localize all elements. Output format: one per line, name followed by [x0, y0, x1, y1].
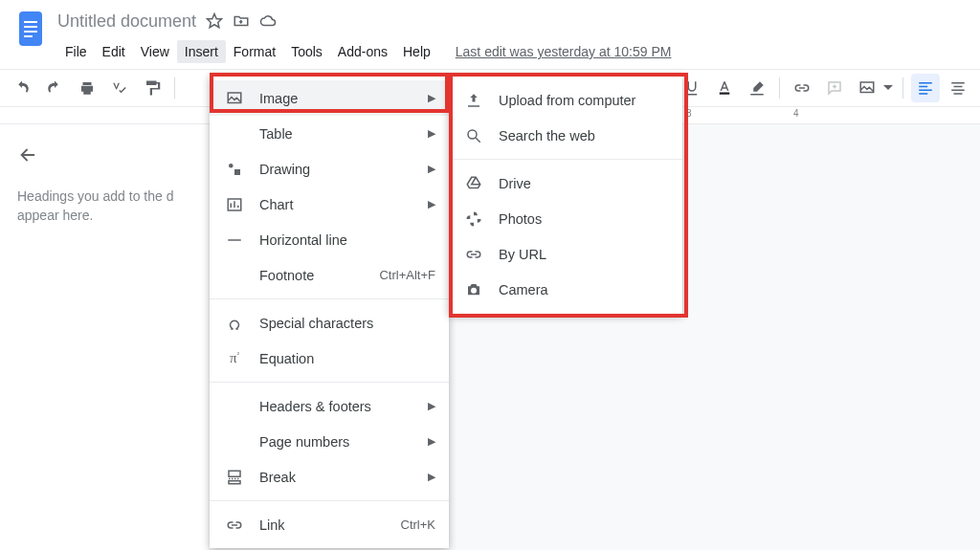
image-submenu-by-url[interactable]: By URL — [449, 236, 682, 272]
drive-icon — [462, 175, 485, 192]
link-shortcut: Ctrl+K — [401, 517, 435, 532]
insert-menu-equation-label: Equation — [259, 351, 435, 366]
menu-insert[interactable]: Insert — [177, 40, 226, 63]
equation-icon: π² — [223, 350, 246, 366]
camera-icon — [462, 281, 485, 298]
image-submenu-search-web[interactable]: Search the web — [449, 118, 682, 153]
undo-icon[interactable] — [8, 74, 36, 102]
menu-edit[interactable]: Edit — [95, 40, 133, 63]
svg-rect-1 — [24, 21, 37, 23]
submenu-arrow-icon: ▶ — [428, 435, 435, 448]
image-submenu-photos-label: Photos — [499, 211, 669, 227]
svg-rect-2 — [24, 26, 37, 28]
ruler-mark-4: 4 — [793, 108, 799, 119]
insert-menu-drawing-label: Drawing — [259, 162, 428, 177]
align-center-icon[interactable] — [944, 74, 972, 102]
toolbar-separator — [779, 77, 780, 99]
insert-menu-drawing[interactable]: Drawing ▶ — [210, 151, 449, 187]
insert-menu-chart-label: Chart — [259, 197, 428, 212]
insert-link-icon[interactable] — [788, 74, 816, 102]
menu-format[interactable]: Format — [226, 40, 283, 63]
submenu-arrow-icon: ▶ — [428, 471, 435, 483]
image-submenu-upload-label: Upload from computer — [499, 93, 669, 108]
svg-line-16 — [476, 138, 480, 143]
insert-menu-dropdown: Image ▶ Table ▶ Drawing ▶ Chart ▶ Horizo… — [210, 75, 449, 548]
svg-rect-0 — [19, 11, 42, 46]
image-submenu-upload[interactable]: Upload from computer — [449, 82, 682, 118]
image-submenu-drive[interactable]: Drive — [449, 165, 682, 201]
insert-menu-footnote-label: Footnote — [259, 268, 379, 283]
image-dropdown-icon[interactable] — [883, 83, 895, 93]
svg-rect-10 — [234, 169, 240, 175]
insert-menu-table[interactable]: Table ▶ — [210, 116, 449, 151]
print-icon[interactable] — [73, 74, 101, 102]
toolbar-separator — [902, 77, 903, 99]
menu-divider — [210, 500, 449, 501]
insert-menu-horizontal-line[interactable]: Horizontal line — [210, 222, 449, 257]
image-submenu-drive-label: Drive — [499, 176, 669, 191]
insert-menu-hr-label: Horizontal line — [259, 232, 435, 248]
format-paint-icon[interactable] — [138, 74, 167, 102]
svg-rect-13 — [229, 471, 240, 476]
menu-view[interactable]: View — [133, 40, 177, 63]
submenu-arrow-icon: ▶ — [428, 92, 435, 104]
text-color-icon[interactable] — [710, 74, 739, 102]
align-left-icon[interactable] — [911, 74, 940, 102]
outline-empty-text: Headings you add to the d appear here. — [0, 170, 208, 242]
redo-icon[interactable] — [40, 74, 69, 102]
image-submenu-camera[interactable]: Camera — [449, 272, 682, 307]
last-edit-link[interactable]: Last edit was yesterday at 10:59 PM — [456, 44, 672, 59]
menu-tools[interactable]: Tools — [283, 40, 330, 63]
photos-icon — [462, 210, 485, 228]
cloud-status-icon[interactable] — [259, 12, 277, 30]
spellcheck-icon[interactable] — [105, 74, 134, 102]
menu-bar: File Edit View Insert Format Tools Add-o… — [57, 38, 972, 65]
header: Untitled document File Edit View Insert … — [0, 0, 980, 65]
menu-help[interactable]: Help — [395, 40, 438, 63]
insert-menu-hf-label: Headers & footers — [259, 399, 428, 414]
move-folder-icon[interactable] — [233, 12, 250, 30]
footnote-shortcut: Ctrl+Alt+F — [379, 268, 435, 282]
insert-menu-image[interactable]: Image ▶ — [210, 80, 449, 116]
star-icon[interactable] — [206, 12, 223, 30]
svg-marker-5 — [208, 14, 222, 28]
document-title[interactable]: Untitled document — [57, 11, 196, 32]
menu-divider — [210, 382, 449, 383]
url-icon — [462, 246, 485, 263]
image-icon — [223, 90, 246, 107]
insert-menu-page-numbers[interactable]: Page numbers ▶ — [210, 424, 449, 459]
svg-point-15 — [468, 130, 477, 139]
menu-divider — [449, 159, 682, 160]
insert-menu-special-chars-label: Special characters — [259, 316, 435, 331]
insert-menu-table-label: Table — [259, 126, 428, 142]
doc-title-row: Untitled document — [57, 8, 972, 34]
highlight-color-icon[interactable] — [743, 74, 771, 102]
image-submenu-url-label: By URL — [499, 247, 669, 262]
menu-file[interactable]: File — [57, 40, 95, 63]
insert-menu-equation[interactable]: π² Equation — [210, 341, 449, 376]
insert-menu-chart[interactable]: Chart ▶ — [210, 187, 449, 222]
submenu-arrow-icon: ▶ — [428, 163, 435, 175]
insert-menu-image-label: Image — [259, 91, 428, 106]
image-submenu-photos[interactable]: Photos — [449, 201, 682, 236]
insert-menu-break-label: Break — [259, 470, 428, 485]
horizontal-line-icon — [223, 231, 246, 249]
insert-menu-link-label: Link — [259, 517, 401, 533]
image-submenu-camera-label: Camera — [499, 282, 669, 297]
menu-addons[interactable]: Add-ons — [330, 40, 395, 63]
insert-menu-headers-footers[interactable]: Headers & footers ▶ — [210, 388, 449, 424]
insert-menu-link[interactable]: Link Ctrl+K — [210, 507, 449, 542]
add-comment-icon[interactable] — [820, 74, 849, 102]
outline-back-icon[interactable] — [0, 140, 208, 170]
svg-point-9 — [229, 164, 234, 168]
outline-pane: Headings you add to the d appear here. — [0, 124, 209, 550]
submenu-arrow-icon: ▶ — [428, 198, 435, 210]
insert-menu-break[interactable]: Break ▶ — [210, 459, 449, 495]
insert-menu-footnote[interactable]: Footnote Ctrl+Alt+F — [210, 257, 449, 293]
docs-logo-icon[interactable] — [11, 10, 50, 48]
svg-rect-14 — [229, 480, 240, 483]
ruler-mark-3: 3 — [686, 108, 692, 119]
chart-icon — [223, 196, 246, 213]
insert-menu-special-characters[interactable]: Special characters — [210, 305, 449, 341]
insert-image-icon[interactable] — [853, 74, 881, 102]
